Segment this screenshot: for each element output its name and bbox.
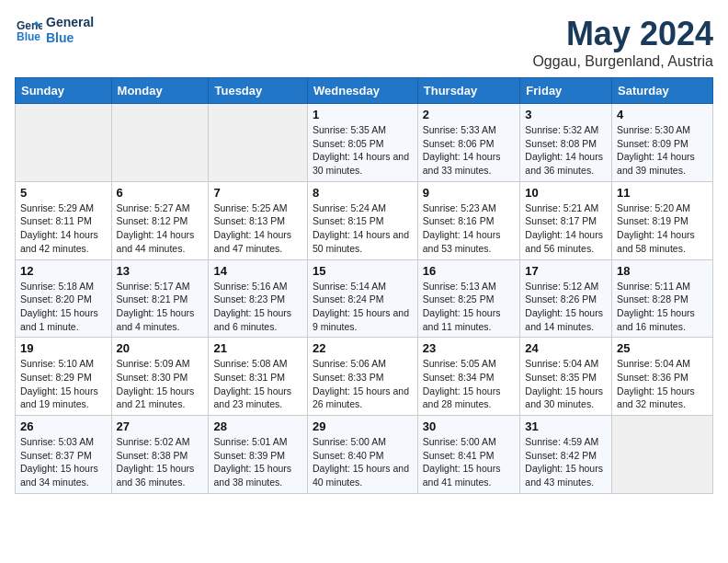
sunrise-text: Sunrise: 5:09 AM xyxy=(117,358,190,369)
sunset-text: Sunset: 8:28 PM xyxy=(617,293,688,304)
sunrise-text: Sunrise: 5:06 AM xyxy=(313,358,386,369)
sunrise-text: Sunrise: 5:14 AM xyxy=(313,281,386,292)
calendar-cell: 15Sunrise: 5:14 AMSunset: 8:24 PMDayligh… xyxy=(307,259,417,338)
sunrise-text: Sunrise: 5:04 AM xyxy=(617,358,690,369)
daylight-text: Daylight: 15 hours and 43 minutes. xyxy=(525,463,603,488)
day-number: 19 xyxy=(20,341,107,355)
sunset-text: Sunset: 8:21 PM xyxy=(117,293,188,304)
calendar-cell: 27Sunrise: 5:02 AMSunset: 8:38 PMDayligh… xyxy=(111,416,209,494)
calendar-cell xyxy=(612,416,713,494)
calendar-week-row: 26Sunrise: 5:03 AMSunset: 8:37 PMDayligh… xyxy=(16,416,713,494)
day-number: 7 xyxy=(213,186,302,200)
sunset-text: Sunset: 8:08 PM xyxy=(525,138,597,149)
calendar-cell: 19Sunrise: 5:10 AMSunset: 8:29 PMDayligh… xyxy=(16,338,112,416)
sunset-text: Sunset: 8:20 PM xyxy=(20,293,92,304)
day-info: Sunrise: 4:59 AMSunset: 8:42 PMDaylight:… xyxy=(525,435,607,489)
day-info: Sunrise: 5:08 AMSunset: 8:31 PMDaylight:… xyxy=(213,357,302,411)
sunrise-text: Sunrise: 5:35 AM xyxy=(313,124,386,135)
calendar-cell: 2Sunrise: 5:33 AMSunset: 8:06 PMDaylight… xyxy=(417,104,520,182)
sunrise-text: Sunrise: 5:20 AM xyxy=(617,202,690,213)
day-number: 17 xyxy=(525,264,607,278)
day-info: Sunrise: 5:32 AMSunset: 8:08 PMDaylight:… xyxy=(525,123,607,178)
sunset-text: Sunset: 8:41 PM xyxy=(423,450,495,461)
calendar-cell: 14Sunrise: 5:16 AMSunset: 8:23 PMDayligh… xyxy=(209,259,308,338)
sunset-text: Sunset: 8:16 PM xyxy=(423,215,495,226)
sunset-text: Sunset: 8:12 PM xyxy=(117,215,188,226)
day-info: Sunrise: 5:25 AMSunset: 8:13 PMDaylight:… xyxy=(213,201,302,256)
daylight-text: Daylight: 15 hours and 34 minutes. xyxy=(20,463,98,488)
sunset-text: Sunset: 8:40 PM xyxy=(313,450,384,461)
day-info: Sunrise: 5:11 AMSunset: 8:28 PMDaylight:… xyxy=(617,280,708,334)
day-number: 12 xyxy=(20,264,107,278)
calendar-cell: 29Sunrise: 5:00 AMSunset: 8:40 PMDayligh… xyxy=(307,416,417,494)
sunset-text: Sunset: 8:35 PM xyxy=(525,372,597,383)
sunset-text: Sunset: 8:29 PM xyxy=(20,372,92,383)
weekday-header: Sunday xyxy=(16,78,112,104)
calendar-subtitle: Oggau, Burgenland, Austria xyxy=(532,53,713,70)
day-info: Sunrise: 5:17 AMSunset: 8:21 PMDaylight:… xyxy=(117,280,204,334)
calendar-cell: 11Sunrise: 5:20 AMSunset: 8:19 PMDayligh… xyxy=(612,181,713,259)
daylight-text: Daylight: 15 hours and 23 minutes. xyxy=(213,385,291,410)
sunrise-text: Sunrise: 5:03 AM xyxy=(20,436,94,447)
sunrise-text: Sunrise: 5:23 AM xyxy=(423,202,496,213)
sunset-text: Sunset: 8:26 PM xyxy=(525,293,597,304)
daylight-text: Daylight: 14 hours and 39 minutes. xyxy=(617,151,695,176)
day-info: Sunrise: 5:30 AMSunset: 8:09 PMDaylight:… xyxy=(617,123,708,178)
weekday-header: Thursday xyxy=(417,78,520,104)
sunset-text: Sunset: 8:11 PM xyxy=(20,215,92,226)
calendar-table: SundayMondayTuesdayWednesdayThursdayFrid… xyxy=(15,77,713,494)
day-number: 18 xyxy=(617,264,708,278)
logo-text-line2: Blue xyxy=(46,30,94,46)
day-number: 16 xyxy=(423,264,516,278)
daylight-text: Daylight: 14 hours and 36 minutes. xyxy=(525,151,603,176)
sunset-text: Sunset: 8:36 PM xyxy=(617,372,688,383)
calendar-cell: 24Sunrise: 5:04 AMSunset: 8:35 PMDayligh… xyxy=(520,338,612,416)
logo-text-line1: General xyxy=(46,15,94,30)
daylight-text: Daylight: 14 hours and 56 minutes. xyxy=(525,229,603,254)
calendar-cell: 1Sunrise: 5:35 AMSunset: 8:05 PMDaylight… xyxy=(307,104,417,182)
day-info: Sunrise: 5:12 AMSunset: 8:26 PMDaylight:… xyxy=(525,280,607,334)
daylight-text: Daylight: 14 hours and 30 minutes. xyxy=(313,151,409,176)
sunrise-text: Sunrise: 5:01 AM xyxy=(213,436,287,447)
calendar-cell: 4Sunrise: 5:30 AMSunset: 8:09 PMDaylight… xyxy=(612,104,713,182)
calendar-cell: 7Sunrise: 5:25 AMSunset: 8:13 PMDaylight… xyxy=(209,181,308,259)
sunrise-text: Sunrise: 5:11 AM xyxy=(617,281,690,292)
daylight-text: Daylight: 15 hours and 1 minute. xyxy=(20,307,98,332)
day-info: Sunrise: 5:29 AMSunset: 8:11 PMDaylight:… xyxy=(20,201,107,256)
day-number: 1 xyxy=(313,108,413,121)
calendar-week-row: 19Sunrise: 5:10 AMSunset: 8:29 PMDayligh… xyxy=(16,338,713,416)
sunrise-text: Sunrise: 5:16 AM xyxy=(213,281,287,292)
calendar-cell: 9Sunrise: 5:23 AMSunset: 8:16 PMDaylight… xyxy=(417,181,520,259)
daylight-text: Daylight: 15 hours and 40 minutes. xyxy=(313,463,409,488)
calendar-cell: 22Sunrise: 5:06 AMSunset: 8:33 PMDayligh… xyxy=(307,338,417,416)
day-number: 21 xyxy=(213,341,302,355)
daylight-text: Daylight: 14 hours and 47 minutes. xyxy=(213,229,291,254)
day-number: 30 xyxy=(423,419,516,433)
day-number: 9 xyxy=(423,186,516,200)
day-number: 8 xyxy=(313,186,413,200)
day-info: Sunrise: 5:21 AMSunset: 8:17 PMDaylight:… xyxy=(525,201,607,256)
sunset-text: Sunset: 8:15 PM xyxy=(313,215,384,226)
day-number: 10 xyxy=(525,186,607,200)
sunrise-text: Sunrise: 5:18 AM xyxy=(20,281,94,292)
daylight-text: Daylight: 15 hours and 11 minutes. xyxy=(423,307,501,332)
day-info: Sunrise: 5:13 AMSunset: 8:25 PMDaylight:… xyxy=(423,280,516,334)
weekday-header-row: SundayMondayTuesdayWednesdayThursdayFrid… xyxy=(16,78,713,104)
daylight-text: Daylight: 15 hours and 30 minutes. xyxy=(525,385,603,410)
daylight-text: Daylight: 15 hours and 14 minutes. xyxy=(525,307,603,332)
daylight-text: Daylight: 15 hours and 9 minutes. xyxy=(313,307,409,332)
sunset-text: Sunset: 8:42 PM xyxy=(525,450,597,461)
day-number: 11 xyxy=(617,186,708,200)
calendar-cell: 30Sunrise: 5:00 AMSunset: 8:41 PMDayligh… xyxy=(417,416,520,494)
sunset-text: Sunset: 8:25 PM xyxy=(423,293,495,304)
calendar-cell: 26Sunrise: 5:03 AMSunset: 8:37 PMDayligh… xyxy=(16,416,112,494)
sunset-text: Sunset: 8:09 PM xyxy=(617,138,688,149)
calendar-cell: 8Sunrise: 5:24 AMSunset: 8:15 PMDaylight… xyxy=(307,181,417,259)
calendar-cell: 16Sunrise: 5:13 AMSunset: 8:25 PMDayligh… xyxy=(417,259,520,338)
day-number: 27 xyxy=(117,419,204,433)
title-area: May 2024 Oggau, Burgenland, Austria xyxy=(532,15,713,70)
calendar-cell: 18Sunrise: 5:11 AMSunset: 8:28 PMDayligh… xyxy=(612,259,713,338)
calendar-cell: 21Sunrise: 5:08 AMSunset: 8:31 PMDayligh… xyxy=(209,338,308,416)
daylight-text: Daylight: 15 hours and 6 minutes. xyxy=(213,307,291,332)
calendar-week-row: 12Sunrise: 5:18 AMSunset: 8:20 PMDayligh… xyxy=(16,259,713,338)
